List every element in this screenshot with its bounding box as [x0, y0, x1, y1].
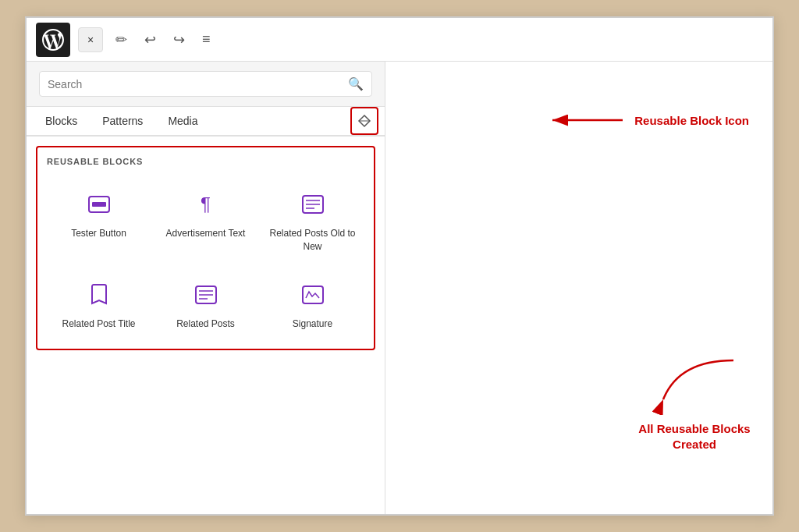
app-window: × ✏ ↩ ↪ ≡ 🔍 Blocks Patterns Media: [25, 16, 774, 516]
tab-media[interactable]: Media: [155, 107, 210, 137]
menu-icon[interactable]: ≡: [197, 28, 215, 51]
annotation-all-blocks: All Reusable Blocks Created: [632, 353, 757, 452]
advertisement-text-icon: ¶: [190, 188, 222, 221]
related-posts-label: Related Posts: [176, 317, 235, 331]
tabs-row: Blocks Patterns Media: [27, 107, 385, 137]
search-icon: 🔍: [348, 76, 364, 91]
undo-icon[interactable]: ↩: [140, 28, 161, 51]
related-posts-old-icon: [297, 188, 329, 221]
block-item-related-post-title[interactable]: Related Post Title: [47, 266, 151, 340]
reusable-blocks-container: REUSABLE BLOCKS Tester Button: [36, 146, 375, 350]
all-blocks-label: All Reusable Blocks Created: [632, 421, 757, 452]
search-bar: 🔍: [27, 62, 385, 107]
toolbar: × ✏ ↩ ↪ ≡: [27, 18, 772, 62]
wordpress-logo: [36, 23, 70, 57]
reusable-block-icon-label: Reusable Block Icon: [634, 114, 749, 127]
advertisement-text-label: Advertisement Text: [166, 227, 246, 240]
main-area: 🔍 Blocks Patterns Media RE: [27, 62, 772, 514]
search-input[interactable]: [48, 78, 348, 90]
tab-patterns[interactable]: Patterns: [90, 107, 155, 137]
block-item-signature[interactable]: Signature: [261, 266, 364, 340]
block-item-advertisement-text[interactable]: ¶ Advertisement Text: [154, 176, 257, 263]
block-item-related-posts[interactable]: Related Posts: [154, 266, 257, 340]
related-post-title-label: Related Post Title: [62, 317, 135, 331]
blocks-grid: Tester Button ¶ Advertisement Text: [47, 176, 364, 339]
tester-button-icon: [83, 188, 115, 221]
section-title: REUSABLE BLOCKS: [47, 157, 364, 166]
right-panel: Reusable Block Icon All Reusable Blocks …: [385, 62, 772, 514]
edit-icon[interactable]: ✏: [111, 28, 132, 51]
related-posts-old-label: Related Posts Old to New: [267, 227, 358, 254]
related-post-title-icon: [83, 278, 115, 311]
blocks-section: REUSABLE BLOCKS Tester Button: [27, 137, 385, 514]
signature-label: Signature: [293, 317, 332, 331]
search-input-wrap: 🔍: [39, 71, 372, 97]
tab-reusable[interactable]: [350, 107, 378, 135]
annotation-reusable-icon: Reusable Block Icon: [549, 108, 749, 132]
block-item-tester-button[interactable]: Tester Button: [47, 176, 151, 263]
related-posts-icon: [190, 278, 222, 311]
tab-blocks[interactable]: Blocks: [33, 107, 90, 137]
block-item-related-posts-old[interactable]: Related Posts Old to New: [261, 176, 364, 263]
signature-icon: [297, 278, 329, 311]
svg-rect-3: [92, 202, 106, 207]
close-button[interactable]: ×: [78, 27, 103, 52]
tester-button-label: Tester Button: [71, 227, 126, 240]
redo-icon[interactable]: ↪: [169, 28, 190, 51]
left-panel: 🔍 Blocks Patterns Media RE: [27, 62, 385, 514]
